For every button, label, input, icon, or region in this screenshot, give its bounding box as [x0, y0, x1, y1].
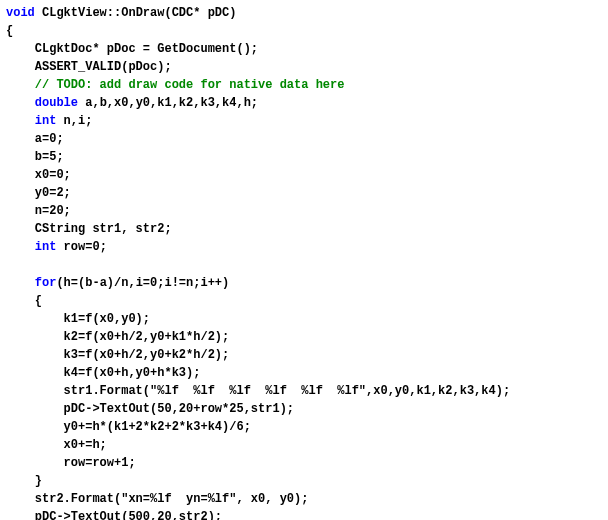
- text: n,i;: [56, 114, 92, 128]
- kw-void: void: [6, 6, 35, 20]
- line-13: CString str1, str2;: [6, 222, 172, 236]
- line-1: void CLgktView::OnDraw(CDC* pDC): [6, 6, 236, 20]
- text: CLgktView::OnDraw(CDC* pDC): [35, 6, 237, 20]
- line-5: // TODO: add draw code for native data h…: [6, 78, 344, 92]
- indent: [6, 276, 35, 290]
- line-19: k3=f(x0+h/2,y0+k2*h/2);: [6, 348, 229, 362]
- line-3: CLgktDoc* pDoc = GetDocument();: [6, 42, 258, 56]
- code-block: void CLgktView::OnDraw(CDC* pDC) { CLgkt…: [0, 0, 608, 520]
- line-27: str2.Format("xn=%lf yn=%lf", x0, y0);: [6, 492, 308, 506]
- line-22: pDC->TextOut(50,20+row*25,str1);: [6, 402, 294, 416]
- line-12: n=20;: [6, 204, 71, 218]
- text: row=0;: [56, 240, 106, 254]
- text: (h=(b-a)/n,i=0;i!=n;i++): [56, 276, 229, 290]
- line-24: x0+=h;: [6, 438, 107, 452]
- text: a,b,x0,y0,k1,k2,k3,k4,h;: [78, 96, 258, 110]
- line-8: a=0;: [6, 132, 64, 146]
- indent: [6, 240, 35, 254]
- kw-double: double: [35, 96, 78, 110]
- line-17: k1=f(x0,y0);: [6, 312, 150, 326]
- comment: // TODO: add draw code for native data h…: [35, 78, 345, 92]
- indent: [6, 78, 35, 92]
- line-10: x0=0;: [6, 168, 71, 182]
- line-4: ASSERT_VALID(pDoc);: [6, 60, 172, 74]
- line-14: int row=0;: [6, 240, 107, 254]
- line-15: for(h=(b-a)/n,i=0;i!=n;i++): [6, 276, 229, 290]
- line-11: y0=2;: [6, 186, 71, 200]
- line-7: int n,i;: [6, 114, 92, 128]
- line-18: k2=f(x0+h/2,y0+k1*h/2);: [6, 330, 229, 344]
- line-23: y0+=h*(k1+2*k2+2*k3+k4)/6;: [6, 420, 251, 434]
- line-6: double a,b,x0,y0,k1,k2,k3,k4,h;: [6, 96, 258, 110]
- line-21: str1.Format("%lf %lf %lf %lf %lf %lf",x0…: [6, 384, 510, 398]
- line-16: {: [6, 294, 42, 308]
- line-2: {: [6, 24, 13, 38]
- kw-int: int: [35, 240, 57, 254]
- line-20: k4=f(x0+h,y0+h*k3);: [6, 366, 200, 380]
- line-26: }: [6, 474, 42, 488]
- line-25: row=row+1;: [6, 456, 136, 470]
- kw-int: int: [35, 114, 57, 128]
- kw-for: for: [35, 276, 57, 290]
- indent: [6, 96, 35, 110]
- indent: [6, 114, 35, 128]
- line-28: pDC->TextOut(500,20,str2);: [6, 510, 222, 520]
- line-9: b=5;: [6, 150, 64, 164]
